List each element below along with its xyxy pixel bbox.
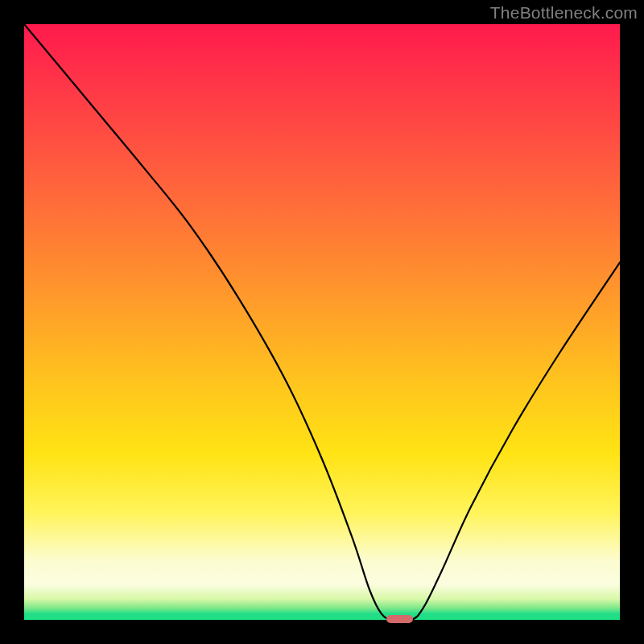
- chart-frame: TheBottleneck.com: [0, 0, 644, 644]
- optimal-marker: [386, 615, 413, 623]
- watermark-text: TheBottleneck.com: [490, 3, 638, 23]
- plot-area: [24, 24, 620, 620]
